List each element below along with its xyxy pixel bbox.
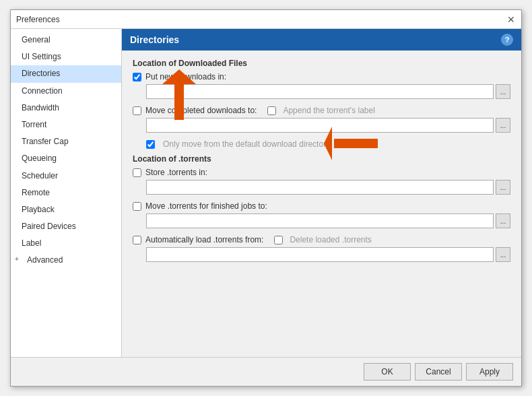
move-finished-label: Move .torrents for finished jobs to:: [145, 201, 267, 211]
auto-load-input[interactable]: [146, 247, 494, 262]
auto-load-browse-btn[interactable]: ...: [496, 247, 510, 262]
store-torrents-input-row: ...: [133, 180, 510, 195]
expand-icon: +: [15, 254, 19, 265]
auto-load-checkbox[interactable]: [133, 236, 141, 244]
sidebar-item-label[interactable]: Label: [11, 235, 121, 252]
panel-content: Location of Downloaded Files Put new dow…: [122, 51, 521, 357]
sidebar-item-transfer-cap[interactable]: Transfer Cap: [11, 133, 121, 150]
sidebar: General UI Settings Directories Connecti…: [11, 29, 122, 357]
move-finished-checkbox[interactable]: [133, 202, 141, 211]
move-finished-input-row: ...: [133, 213, 510, 228]
store-torrents-row: Store .torrents in:: [133, 168, 510, 177]
sidebar-item-queueing[interactable]: Queueing: [11, 150, 121, 167]
auto-load-input-row: ...: [133, 247, 510, 262]
sidebar-item-directories[interactable]: Directories: [11, 65, 121, 82]
move-completed-input[interactable]: [146, 118, 494, 133]
store-torrents-checkbox[interactable]: [133, 168, 141, 177]
help-icon[interactable]: ?: [501, 34, 513, 46]
panel-header: Directories ?: [122, 29, 521, 51]
ok-button[interactable]: OK: [364, 363, 411, 381]
put-new-downloads-group: Put new downloads in: ...: [133, 72, 510, 99]
close-button[interactable]: ✕: [506, 15, 516, 24]
move-completed-input-row: ...: [133, 118, 510, 133]
put-new-downloads-browse-btn[interactable]: ...: [496, 84, 510, 99]
footer: OK Cancel Apply: [11, 357, 521, 386]
only-move-checkbox[interactable]: [146, 140, 155, 149]
move-finished-group: Move .torrents for finished jobs to: ...: [133, 201, 510, 228]
auto-load-group: Automatically load .torrents from: Delet…: [133, 235, 510, 262]
main-panel: Directories ? Location of Downloaded Fil…: [122, 29, 521, 357]
move-finished-row: Move .torrents for finished jobs to:: [133, 201, 510, 211]
move-completed-checkbox[interactable]: [133, 106, 141, 115]
window-title: Preferences: [16, 15, 60, 24]
cancel-button[interactable]: Cancel: [415, 363, 462, 381]
auto-load-row: Automatically load .torrents from: Delet…: [133, 235, 510, 244]
put-new-downloads-checkbox[interactable]: [133, 73, 141, 81]
auto-load-label: Automatically load .torrents from:: [145, 235, 263, 244]
sidebar-item-remote[interactable]: Remote: [11, 185, 121, 201]
store-torrents-input[interactable]: [146, 180, 494, 195]
only-move-label: Only move from the default download dire…: [163, 139, 330, 149]
move-completed-browse-btn[interactable]: ...: [496, 118, 510, 133]
append-torrents-checkbox[interactable]: [267, 106, 276, 115]
sidebar-item-scheduler[interactable]: Scheduler: [11, 168, 121, 185]
move-completed-label: Move completed downloads to:: [145, 106, 257, 115]
put-new-downloads-row: Put new downloads in:: [133, 72, 510, 81]
move-completed-group: Move completed downloads to: Append the …: [133, 106, 510, 133]
store-torrents-group: Store .torrents in: ...: [133, 168, 510, 195]
move-completed-row: Move completed downloads to: Append the …: [133, 106, 510, 115]
content-area: General UI Settings Directories Connecti…: [11, 29, 521, 357]
put-new-downloads-label: Put new downloads in:: [145, 72, 226, 81]
move-finished-input[interactable]: [146, 213, 494, 228]
panel-title: Directories: [130, 34, 179, 45]
move-finished-browse-btn[interactable]: ...: [496, 213, 510, 228]
put-new-downloads-input-row: ...: [133, 84, 510, 99]
append-torrents-label: Append the torrent's label: [283, 106, 374, 115]
sidebar-item-paired-devices[interactable]: Paired Devices: [11, 218, 121, 235]
downloaded-files-section-title: Location of Downloaded Files: [133, 59, 510, 68]
only-move-row: Only move from the default download dire…: [133, 139, 510, 149]
title-bar: Preferences ✕: [11, 10, 521, 29]
sidebar-item-general[interactable]: General: [11, 32, 121, 48]
store-torrents-label: Store .torrents in:: [145, 168, 207, 177]
sidebar-item-ui-settings[interactable]: UI Settings: [11, 48, 121, 65]
sidebar-item-bandwidth[interactable]: Bandwidth: [11, 100, 121, 117]
sidebar-item-connection[interactable]: Connection: [11, 83, 121, 100]
store-torrents-browse-btn[interactable]: ...: [496, 180, 510, 195]
put-new-downloads-input[interactable]: [146, 84, 494, 99]
delete-loaded-label: Delete loaded .torrents: [290, 235, 371, 244]
sidebar-item-torrent[interactable]: Torrent: [11, 117, 121, 133]
torrents-location-section-title: Location of .torrents: [133, 154, 510, 164]
sidebar-item-playback[interactable]: Playback: [11, 201, 121, 218]
preferences-window: Preferences ✕ General UI Settings Direct…: [10, 9, 522, 387]
apply-button[interactable]: Apply: [466, 363, 513, 381]
main-panel-wrapper: Directories ? Location of Downloaded Fil…: [122, 29, 521, 357]
sidebar-item-advanced[interactable]: + Advanced: [11, 252, 121, 269]
delete-loaded-checkbox[interactable]: [274, 236, 283, 244]
